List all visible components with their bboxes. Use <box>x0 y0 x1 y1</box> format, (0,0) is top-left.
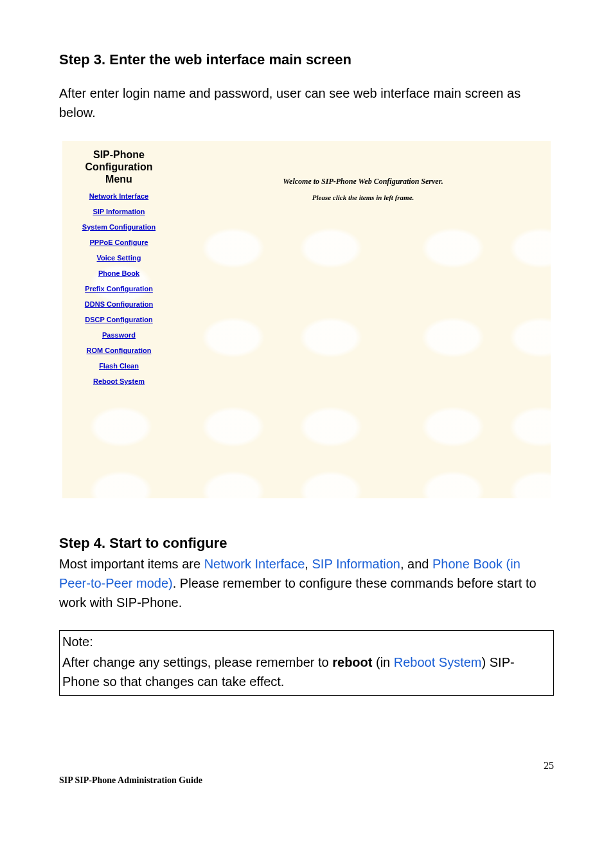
step4-title: Step 4. Start to configure <box>59 535 554 552</box>
menu-link-password[interactable]: Password <box>65 331 173 339</box>
menu-link-sip-information[interactable]: SIP Information <box>65 208 173 215</box>
note-reboot-word: reboot <box>332 655 372 669</box>
menu-title-line1: SIP-Phone <box>93 149 145 160</box>
embedded-screenshot: SIP-Phone Configuration Menu Network Int… <box>62 140 551 499</box>
menu-link-flash-clean[interactable]: Flash Clean <box>65 362 173 370</box>
menu-link-prefix-configuration[interactable]: Prefix Configuration <box>65 285 173 293</box>
note-body: After change any settings, please rememb… <box>62 653 551 691</box>
menu-link-system-configuration[interactable]: System Configuration <box>65 223 173 231</box>
page-number: 25 <box>544 760 554 772</box>
config-menu-sidebar: SIP-Phone Configuration Menu Network Int… <box>62 141 175 498</box>
step3-title: Step 3. Enter the web interface main scr… <box>59 51 554 68</box>
screenshot-main-pane: Welcome to SIP-Phone Web Configuration S… <box>175 141 551 498</box>
menu-link-phone-book[interactable]: Phone Book <box>65 269 173 277</box>
menu-link-ddns-configuration[interactable]: DDNS Configuration <box>65 300 173 308</box>
step4-sep1: , <box>305 557 312 571</box>
link-network-interface: Network Interface <box>204 557 305 571</box>
note-box: Note: After change any settings, please … <box>59 630 554 696</box>
menu-title-line3: Menu <box>105 174 132 185</box>
step4-text-1: Most important items are <box>59 557 204 571</box>
step4-sep2: , and <box>400 557 432 571</box>
menu-link-reboot-system[interactable]: Reboot System <box>65 377 173 385</box>
step3-paragraph: After enter login name and password, use… <box>59 84 554 122</box>
menu-link-rom-configuration[interactable]: ROM Configuration <box>65 347 173 354</box>
document-page: Step 3. Enter the web interface main scr… <box>0 0 613 868</box>
please-click-text: Please click the items in left frame. <box>175 194 551 201</box>
link-sip-information: SIP Information <box>312 557 400 571</box>
menu-link-network-interface[interactable]: Network Interface <box>65 192 173 200</box>
menu-link-voice-setting[interactable]: Voice Setting <box>65 254 173 262</box>
note-label: Note: <box>62 632 551 651</box>
menu-link-pppoe-configure[interactable]: PPPoE Configure <box>65 239 173 246</box>
note-text-1: After change any settings, please rememb… <box>62 655 332 669</box>
menu-link-dscp-configuration[interactable]: DSCP Configuration <box>65 316 173 323</box>
screenshot-layout: SIP-Phone Configuration Menu Network Int… <box>62 141 551 498</box>
step4-paragraph: Most important items are Network Interfa… <box>59 554 554 612</box>
welcome-text: Welcome to SIP-Phone Web Configuration S… <box>175 177 551 186</box>
note-text-2: (in <box>372 655 393 669</box>
menu-title: SIP-Phone Configuration Menu <box>65 149 173 186</box>
footer-text: SIP SIP-Phone Administration Guide <box>59 775 202 786</box>
link-reboot-system: Reboot System <box>394 655 482 669</box>
menu-title-line2: Configuration <box>85 161 153 172</box>
